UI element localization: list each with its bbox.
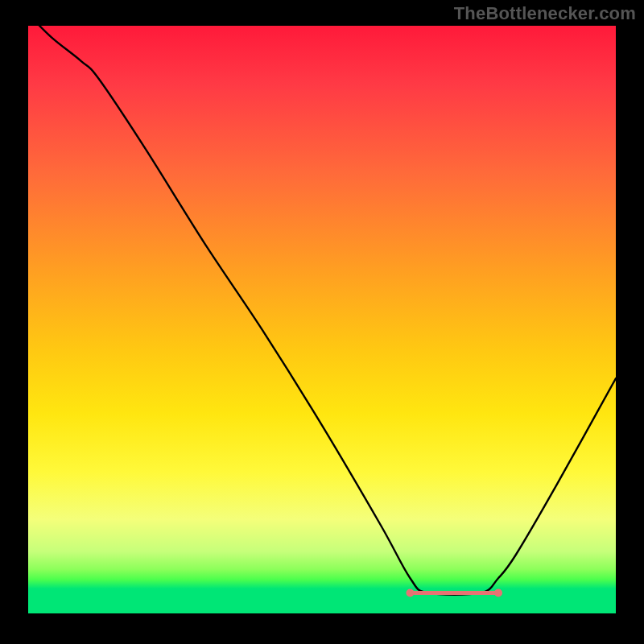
chart-overlay xyxy=(28,26,616,613)
svg-point-1 xyxy=(407,588,415,597)
svg-point-2 xyxy=(494,588,502,597)
plot-area xyxy=(28,26,616,613)
chart-container: TheBottlenecker.com xyxy=(0,0,644,644)
source-attribution: TheBottlenecker.com xyxy=(454,3,636,24)
bottleneck-curve xyxy=(28,26,616,595)
